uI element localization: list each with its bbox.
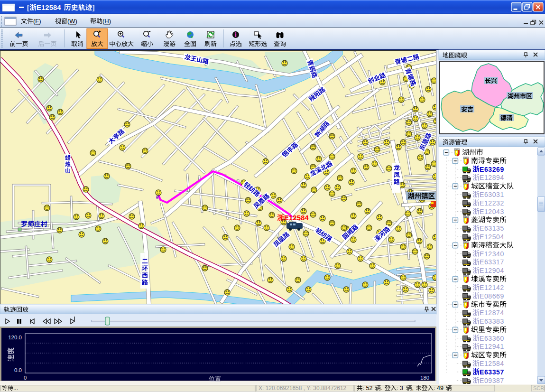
svg-text:(F): (F) [33, 18, 41, 25]
svg-text:E63031: E63031 [480, 191, 504, 198]
svg-text:SCRL: SCRL [533, 385, 545, 391]
svg-text:E63360: E63360 [480, 335, 504, 342]
svg-text:E12232: E12232 [480, 199, 504, 207]
svg-text:E12043: E12043 [480, 208, 504, 215]
svg-text:E12584: E12584 [480, 360, 504, 367]
svg-text:180: 180 [420, 375, 429, 381]
svg-text:...: ... [13, 385, 18, 392]
svg-text:E12142: E12142 [480, 284, 504, 291]
svg-text:.: . [381, 385, 382, 392]
svg-text:E63135: E63135 [480, 224, 504, 232]
svg-text:(W): (W) [67, 18, 77, 25]
svg-text:E12874: E12874 [480, 309, 504, 317]
svg-text:: 52: : 52 [363, 385, 373, 392]
svg-text:X: 120.06921658 , Y: 30.884726: X: 120.06921658 , Y: 30.88472612 [259, 385, 347, 392]
svg-text:E12584: E12584 [37, 3, 61, 11]
svg-text:: 3: : 3 [397, 385, 403, 392]
svg-text:(H): (H) [102, 18, 111, 25]
svg-text:E63269: E63269 [480, 166, 504, 173]
svg-text:E63317: E63317 [480, 258, 504, 266]
svg-text:E12504: E12504 [480, 233, 504, 241]
svg-text:E12340: E12340 [480, 250, 504, 258]
svg-text:E63357: E63357 [480, 368, 504, 376]
svg-text:E12894: E12894 [480, 174, 504, 181]
svg-text:E12941: E12941 [480, 343, 504, 350]
svg-text:0.0: 0.0 [14, 367, 22, 373]
svg-text:120.0: 120.0 [8, 335, 22, 340]
svg-text:,: , [412, 385, 414, 392]
svg-text:E08669: E08669 [480, 292, 504, 300]
svg-text:0: 0 [24, 375, 27, 381]
svg-text:E63383: E63383 [480, 317, 504, 325]
svg-text:: 49: : 49 [434, 385, 443, 392]
svg-text:E12904: E12904 [480, 267, 504, 274]
svg-text:E12584: E12584 [284, 214, 309, 222]
svg-text:E09387: E09387 [480, 377, 504, 384]
